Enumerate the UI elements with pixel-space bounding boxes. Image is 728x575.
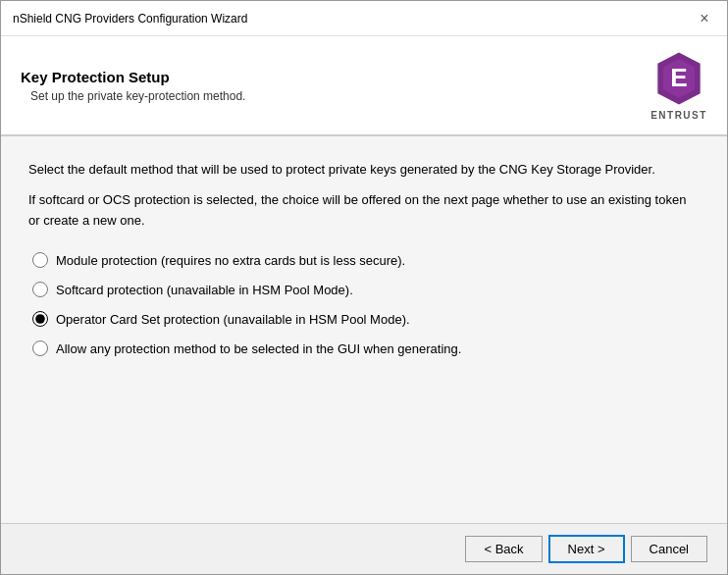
radio-softcard-label: Softcard protection (unavailable in HSM … xyxy=(56,283,353,297)
title-bar: nShield CNG Providers Configuration Wiza… xyxy=(1,1,727,36)
radio-module-input[interactable] xyxy=(32,252,48,268)
protection-radio-group: Module protection (requires no extra car… xyxy=(32,252,700,356)
wizard-window: nShield CNG Providers Configuration Wiza… xyxy=(0,0,728,575)
radio-ocs-label: Operator Card Set protection (unavailabl… xyxy=(56,312,410,327)
window-title: nShield CNG Providers Configuration Wiza… xyxy=(13,12,247,26)
cancel-button[interactable]: Cancel xyxy=(631,536,707,562)
radio-module-label: Module protection (requires no extra car… xyxy=(56,253,405,268)
radio-module[interactable]: Module protection (requires no extra car… xyxy=(32,252,700,268)
page-title: Key Protection Setup xyxy=(21,69,631,85)
radio-ocs[interactable]: Operator Card Set protection (unavailabl… xyxy=(32,311,700,327)
svg-text:E: E xyxy=(670,63,688,92)
header-text-block: Key Protection Setup Set up the private … xyxy=(21,69,631,103)
entrust-label: ENTRUST xyxy=(650,110,707,121)
radio-softcard-input[interactable] xyxy=(32,282,48,297)
description-para-1: Select the default method that will be u… xyxy=(28,160,700,181)
wizard-header: Key Protection Setup Set up the private … xyxy=(1,36,727,136)
description-para-2: If softcard or OCS protection is selecte… xyxy=(28,190,700,232)
page-subtitle: Set up the private key-protection method… xyxy=(30,89,631,103)
next-button[interactable]: Next > xyxy=(548,535,625,563)
description-block: Select the default method that will be u… xyxy=(28,160,700,231)
radio-ocs-input[interactable] xyxy=(32,311,48,327)
close-button[interactable]: × xyxy=(694,8,715,29)
wizard-footer: < Back Next > Cancel xyxy=(1,523,727,574)
radio-softcard[interactable]: Softcard protection (unavailable in HSM … xyxy=(32,282,700,297)
back-button[interactable]: < Back xyxy=(465,536,542,562)
radio-allow-label: Allow any protection method to be select… xyxy=(56,341,461,356)
radio-allow[interactable]: Allow any protection method to be select… xyxy=(32,340,700,356)
wizard-content: Select the default method that will be u… xyxy=(1,136,727,523)
entrust-logo: E ENTRUST xyxy=(650,50,707,121)
radio-allow-input[interactable] xyxy=(32,340,48,356)
